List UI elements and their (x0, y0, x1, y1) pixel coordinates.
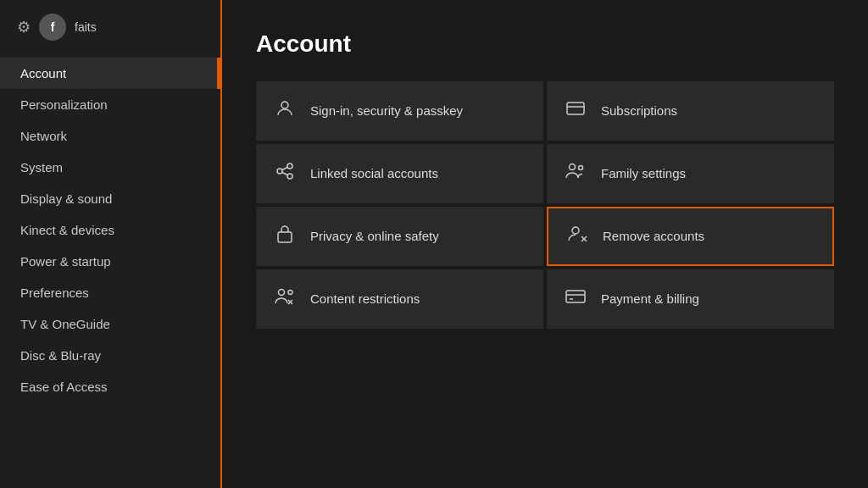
privacy-safety-icon (273, 224, 297, 249)
sidebar-item-system[interactable]: System (0, 152, 220, 183)
sidebar-header: ⚙ f faits (0, 0, 220, 54)
sidebar-username: faits (75, 20, 97, 34)
settings-grid: Sign-in, security & passkey Subscription… (256, 81, 834, 329)
content-restrictions-label: Content restrictions (310, 291, 420, 308)
linked-social-label: Linked social accounts (310, 165, 438, 182)
tile-remove-accounts[interactable]: Remove accounts (547, 207, 834, 266)
svg-line-6 (282, 168, 287, 170)
sidebar-item-account[interactable]: Account (0, 58, 220, 89)
tile-family-settings[interactable]: Family settings (547, 144, 834, 203)
gear-icon: ⚙ (17, 18, 31, 36)
svg-rect-18 (566, 291, 585, 302)
tile-signin-security[interactable]: Sign-in, security & passkey (256, 81, 543, 141)
linked-social-icon (273, 161, 297, 186)
svg-point-14 (279, 290, 285, 296)
svg-point-9 (579, 166, 583, 170)
remove-accounts-label: Remove accounts (603, 228, 704, 245)
svg-rect-10 (278, 232, 292, 242)
sidebar: ⚙ f faits Account Personalization Networ… (0, 0, 220, 488)
main-content: Account Sign-in, security & passkey Subs… (222, 0, 868, 488)
svg-line-7 (282, 173, 287, 175)
family-settings-label: Family settings (601, 165, 686, 182)
tile-privacy-safety[interactable]: Privacy & online safety (256, 207, 543, 266)
svg-point-11 (572, 227, 579, 234)
page-title: Account (256, 30, 834, 58)
sidebar-item-power-startup[interactable]: Power & startup (0, 246, 220, 277)
sidebar-item-disc-bluray[interactable]: Disc & Blu-ray (0, 340, 220, 371)
subscriptions-icon (564, 98, 587, 124)
content-restrictions-icon (273, 286, 297, 312)
privacy-safety-label: Privacy & online safety (310, 228, 439, 245)
svg-point-15 (288, 291, 292, 295)
subscriptions-label: Subscriptions (601, 103, 677, 119)
svg-point-0 (281, 102, 288, 108)
tile-payment-billing[interactable]: Payment & billing (547, 269, 834, 329)
svg-point-4 (287, 164, 292, 169)
remove-accounts-icon (565, 224, 589, 249)
sidebar-item-display-sound[interactable]: Display & sound (0, 183, 220, 214)
tile-linked-social[interactable]: Linked social accounts (256, 144, 543, 203)
family-settings-icon (564, 161, 587, 186)
sidebar-item-preferences[interactable]: Preferences (0, 277, 220, 308)
svg-point-8 (570, 164, 576, 170)
payment-billing-icon (564, 288, 587, 310)
svg-point-3 (277, 169, 282, 174)
sidebar-item-ease-of-access[interactable]: Ease of Access (0, 371, 220, 402)
signin-icon (273, 98, 297, 124)
sidebar-nav: Account Personalization Network System D… (0, 58, 220, 402)
avatar: f (39, 14, 66, 41)
sidebar-item-tv-oneguide[interactable]: TV & OneGuide (0, 308, 220, 340)
tile-subscriptions[interactable]: Subscriptions (547, 81, 834, 141)
payment-billing-label: Payment & billing (601, 291, 699, 308)
sidebar-item-kinect-devices[interactable]: Kinect & devices (0, 214, 220, 246)
signin-label: Sign-in, security & passkey (310, 103, 463, 119)
svg-rect-1 (567, 103, 584, 114)
svg-point-5 (287, 174, 292, 179)
sidebar-item-network[interactable]: Network (0, 120, 220, 152)
sidebar-item-personalization[interactable]: Personalization (0, 89, 220, 120)
tile-content-restrictions[interactable]: Content restrictions (256, 269, 543, 329)
